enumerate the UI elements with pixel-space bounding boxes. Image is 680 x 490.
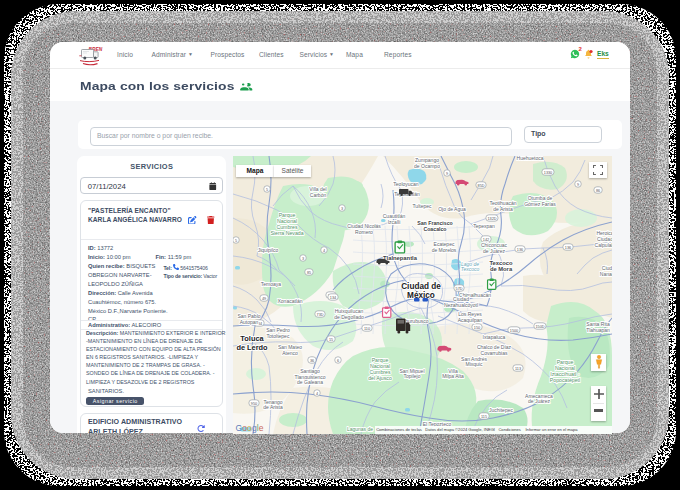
- svg-text:36: 36: [310, 359, 314, 363]
- svg-text:1330: 1330: [544, 171, 552, 175]
- svg-text:132D: 132D: [487, 217, 496, 221]
- svg-text:Texcoco: Texcoco: [489, 260, 513, 266]
- svg-text:Ixtapaluca: Ixtapaluca: [483, 334, 506, 340]
- svg-text:Tlahuapan: Tlahuapan: [586, 327, 610, 333]
- svg-text:49: 49: [262, 297, 266, 301]
- svg-text:110: 110: [364, 327, 370, 331]
- svg-text:Jiquipilco: Jiquipilco: [258, 247, 279, 253]
- svg-text:4: 4: [323, 249, 325, 253]
- svg-text:Tlalnepantla: Tlalnepantla: [383, 255, 418, 261]
- svg-text:136: 136: [517, 248, 523, 252]
- svg-text:5: 5: [266, 188, 268, 192]
- svg-text:Carbón: Carbón: [310, 192, 327, 198]
- svg-text:Milpa Alta: Milpa Alta: [442, 374, 464, 380]
- svg-text:México: México: [407, 291, 435, 300]
- svg-text:3: 3: [341, 207, 343, 211]
- svg-text:3: 3: [302, 257, 304, 261]
- svg-text:Acaquilpan: Acaquilpan: [458, 317, 483, 323]
- svg-text:150D: 150D: [535, 325, 544, 329]
- svg-text:Nezahualcóyotl: Nezahualcóyotl: [444, 302, 478, 308]
- svg-text:6: 6: [337, 359, 339, 363]
- svg-text:de Arista: de Arista: [263, 405, 283, 411]
- svg-text:Romero: Romero: [355, 229, 373, 235]
- svg-text:5: 5: [235, 239, 237, 243]
- svg-text:Nanac: Nanac: [600, 271, 612, 277]
- svg-text:73D: 73D: [317, 313, 324, 317]
- svg-text:950: 950: [251, 402, 257, 406]
- svg-text:9: 9: [446, 172, 448, 176]
- svg-text:15: 15: [329, 338, 333, 342]
- svg-text:de Arista: de Arista: [493, 206, 513, 212]
- svg-text:de Juárez: de Juárez: [483, 248, 505, 254]
- svg-text:9: 9: [577, 183, 579, 187]
- svg-text:Texcoco: Texcoco: [461, 267, 480, 273]
- svg-text:86: 86: [596, 189, 600, 193]
- svg-text:Teoloyucan: Teoloyucan: [393, 181, 419, 187]
- svg-text:de Ocampo: de Ocampo: [414, 163, 440, 169]
- svg-text:134: 134: [330, 296, 336, 300]
- svg-text:85D: 85D: [478, 184, 485, 188]
- svg-text:Juchitepec: Juchitepec: [489, 407, 513, 413]
- svg-text:Ciudad de: Ciudad de: [401, 282, 441, 291]
- svg-text:85: 85: [307, 271, 311, 275]
- svg-text:Calpulalp: Calpulalp: [595, 242, 612, 248]
- svg-text:1500: 1500: [510, 329, 518, 333]
- svg-text:57D: 57D: [456, 287, 463, 291]
- svg-text:136: 136: [565, 246, 571, 250]
- svg-text:del Ajusco: del Ajusco: [368, 375, 392, 381]
- svg-text:de Lerdo: de Lerdo: [236, 343, 268, 352]
- svg-text:Ojo de Agua: Ojo de Agua: [438, 206, 466, 212]
- svg-text:Tepexpan: Tepexpan: [473, 223, 495, 229]
- svg-text:Autopan: Autopan: [240, 319, 259, 325]
- svg-text:Lagunas de: Lagunas de: [347, 426, 373, 432]
- svg-text:Topilejo: Topilejo: [404, 374, 421, 380]
- svg-text:Gómez Farías: Gómez Farías: [524, 201, 556, 207]
- svg-text:Tultepec: Tultepec: [413, 203, 432, 209]
- svg-text:Mixquic: Mixquic: [466, 362, 483, 368]
- svg-text:115: 115: [481, 415, 487, 419]
- svg-text:Totoltepec: Totoltepec: [267, 333, 290, 339]
- svg-text:Huehuetoca: Huehuetoca: [517, 156, 544, 161]
- svg-text:Atenco: Atenco: [282, 350, 298, 356]
- svg-text:Sierra Nevada: Sierra Nevada: [270, 230, 303, 236]
- svg-text:113: 113: [515, 367, 521, 371]
- svg-text:150: 150: [474, 326, 480, 330]
- svg-text:de Morelos: de Morelos: [432, 247, 457, 253]
- svg-text:de Mora: de Mora: [490, 266, 513, 272]
- svg-text:Temoaya: Temoaya: [261, 281, 282, 287]
- svg-text:Coacalco: Coacalco: [423, 226, 446, 232]
- svg-text:de Galeana: de Galeana: [297, 379, 323, 385]
- svg-text:de Degollado: de Degollado: [334, 314, 364, 320]
- svg-text:4: 4: [316, 392, 318, 396]
- svg-text:Popocatépetl: Popocatépetl: [550, 377, 580, 383]
- svg-text:Izcalli: Izcalli: [388, 219, 401, 225]
- svg-text:142: 142: [483, 238, 489, 242]
- svg-text:Xonacatlán: Xonacatlán: [277, 298, 302, 304]
- svg-text:de Juárez: de Juárez: [528, 399, 550, 405]
